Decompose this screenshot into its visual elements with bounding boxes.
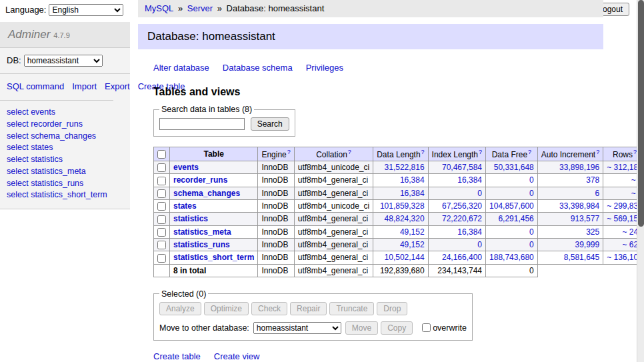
link-create-table[interactable]: Create table xyxy=(153,351,201,361)
move-db-select[interactable]: homeassistant xyxy=(253,322,341,334)
index-length-link[interactable]: 24,166,400 xyxy=(442,253,482,262)
total-collation-cell: utf8mb4_general_ci xyxy=(294,264,373,277)
data-free-link[interactable]: 6,291,456 xyxy=(498,214,533,223)
data-length-link[interactable]: 31,522,816 xyxy=(385,163,425,172)
sidebar-item-select-states[interactable]: select states xyxy=(7,142,123,154)
row-checkbox[interactable] xyxy=(157,202,166,211)
column-help-link[interactable]: ? xyxy=(421,149,425,155)
data-free-link[interactable]: 0 xyxy=(529,175,534,185)
select-all-checkbox[interactable] xyxy=(157,150,166,159)
auto-increment-link[interactable]: 39,999 xyxy=(575,240,599,249)
column-help-link[interactable]: ? xyxy=(287,149,291,155)
data-free-link[interactable]: 50,331,648 xyxy=(494,163,534,172)
sidebar-item-select-statistics-short-term[interactable]: select statistics_short_term xyxy=(7,189,123,201)
column-help-link[interactable]: ? xyxy=(528,149,531,155)
row-checkbox[interactable] xyxy=(157,189,166,198)
data-length-link[interactable]: 49,152 xyxy=(400,240,425,249)
auto-increment-link[interactable]: 6 xyxy=(595,189,599,198)
sidebar-action-sql-command[interactable]: SQL command xyxy=(7,81,64,91)
auto-increment-link[interactable]: 33,898,196 xyxy=(559,163,599,172)
row-checkbox[interactable] xyxy=(157,177,166,185)
breadcrumb-link-mysql[interactable]: MySQL xyxy=(145,3,173,13)
table-name-cell: events xyxy=(170,161,258,174)
db-nav-privileges[interactable]: Privileges xyxy=(306,63,343,73)
table-name-link[interactable]: statistics_short_term xyxy=(173,253,254,262)
scrollbar-thumb[interactable] xyxy=(638,0,644,227)
column-header-data-free: Data Free? xyxy=(486,147,538,161)
table-row-statistics: statisticsInnoDButf8mb4_general_ci48,824… xyxy=(154,213,644,225)
table-name-link[interactable]: recorder_runs xyxy=(173,175,227,185)
data-free-link[interactable]: 0 xyxy=(529,240,534,249)
data-length-link[interactable]: 49,152 xyxy=(400,227,425,237)
move-button[interactable]: Move xyxy=(345,321,378,335)
search-button[interactable]: Search xyxy=(251,117,289,131)
row-checkbox[interactable] xyxy=(157,254,166,263)
data-length-link[interactable]: 48,824,320 xyxy=(385,214,425,223)
auto-increment-link[interactable]: 8,581,645 xyxy=(564,253,599,262)
table-name-link[interactable]: states xyxy=(173,201,197,211)
table-name-link[interactable]: statistics xyxy=(173,214,208,223)
sidebar-item-select-statistics-runs[interactable]: select statistics_runs xyxy=(7,178,123,190)
row-checkbox[interactable] xyxy=(157,241,166,249)
language-select[interactable]: English xyxy=(49,4,123,16)
data-free-link[interactable]: 104,857,600 xyxy=(489,201,534,211)
index-length-link[interactable]: 16,384 xyxy=(457,227,482,237)
check-button[interactable]: Check xyxy=(251,302,287,315)
index-length-link[interactable]: 0 xyxy=(477,189,482,198)
auto-increment-link[interactable]: 913,577 xyxy=(571,214,599,223)
index-length-link[interactable]: 72,220,672 xyxy=(442,214,482,223)
optimize-button[interactable]: Optimize xyxy=(204,302,249,315)
table-name-link[interactable]: statistics_meta xyxy=(173,227,231,237)
repair-button[interactable]: Repair xyxy=(290,302,327,315)
column-help-link[interactable]: ? xyxy=(348,149,351,155)
sidebar-action-export[interactable]: Export xyxy=(105,81,130,91)
data-length-link[interactable]: 16,384 xyxy=(400,189,425,198)
vertical-scrollbar[interactable] xyxy=(637,0,644,362)
breadcrumb-link-server[interactable]: Server xyxy=(187,3,213,13)
db-select[interactable]: homeassistant xyxy=(24,55,103,67)
sidebar-item-select-events[interactable]: select events xyxy=(7,107,123,119)
auto-increment-link[interactable]: 325 xyxy=(586,227,599,237)
auto-increment-link[interactable]: 378 xyxy=(586,175,599,185)
data-free-link[interactable]: 0 xyxy=(529,227,534,237)
auto-increment-link[interactable]: 33,398,984 xyxy=(559,201,599,211)
breadcrumb: MySQL » Server » Database: homeassistant xyxy=(138,0,603,17)
data-free-link[interactable]: 188,743,680 xyxy=(489,253,534,262)
table-name-link[interactable]: schema_changes xyxy=(173,189,240,198)
data-length-link[interactable]: 16,384 xyxy=(400,175,425,185)
column-header-collation: Collation? xyxy=(294,147,373,161)
index-length-link[interactable]: 67,256,320 xyxy=(442,201,482,211)
language-bar: Language:English xyxy=(5,4,123,16)
row-checkbox[interactable] xyxy=(157,163,166,172)
table-name-cell: statistics_runs xyxy=(170,238,258,251)
move-label: Move to other database: xyxy=(159,323,249,333)
sidebar-item-select-statistics-meta[interactable]: select statistics_meta xyxy=(7,166,123,178)
copy-button[interactable]: Copy xyxy=(381,321,413,335)
drop-button[interactable]: Drop xyxy=(377,302,407,315)
row-checkbox[interactable] xyxy=(157,228,166,237)
sidebar-item-select-recorder-runs[interactable]: select recorder_runs xyxy=(7,119,123,131)
db-label: DB: xyxy=(7,55,21,65)
index-length-link[interactable]: 16,384 xyxy=(457,175,482,185)
row-checkbox[interactable] xyxy=(157,215,166,224)
sidebar-item-select-statistics[interactable]: select statistics xyxy=(7,154,123,166)
sidebar-action-import[interactable]: Import xyxy=(72,81,97,91)
data-free-cell: 188,743,680 xyxy=(486,251,538,264)
db-nav-alter-database[interactable]: Alter database xyxy=(153,63,209,73)
column-help-link[interactable]: ? xyxy=(479,149,482,155)
db-nav-database-schema[interactable]: Database schema xyxy=(223,63,293,73)
sidebar-item-select-schema-changes[interactable]: select schema_changes xyxy=(7,131,123,143)
link-create-view[interactable]: Create view xyxy=(214,351,260,361)
analyze-button[interactable]: Analyze xyxy=(159,302,201,315)
truncate-button[interactable]: Truncate xyxy=(329,302,374,315)
data-length-link[interactable]: 10,502,144 xyxy=(385,253,425,262)
data-length-link[interactable]: 101,859,328 xyxy=(380,201,425,211)
overwrite-checkbox[interactable] xyxy=(422,323,431,332)
data-free-link[interactable]: 0 xyxy=(529,189,534,198)
index-length-link[interactable]: 70,467,584 xyxy=(442,163,482,172)
table-name-link[interactable]: statistics_runs xyxy=(173,240,230,249)
index-length-link[interactable]: 0 xyxy=(477,240,482,249)
table-name-link[interactable]: events xyxy=(173,163,199,172)
column-help-link[interactable]: ? xyxy=(596,149,599,155)
search-input[interactable] xyxy=(159,118,245,130)
